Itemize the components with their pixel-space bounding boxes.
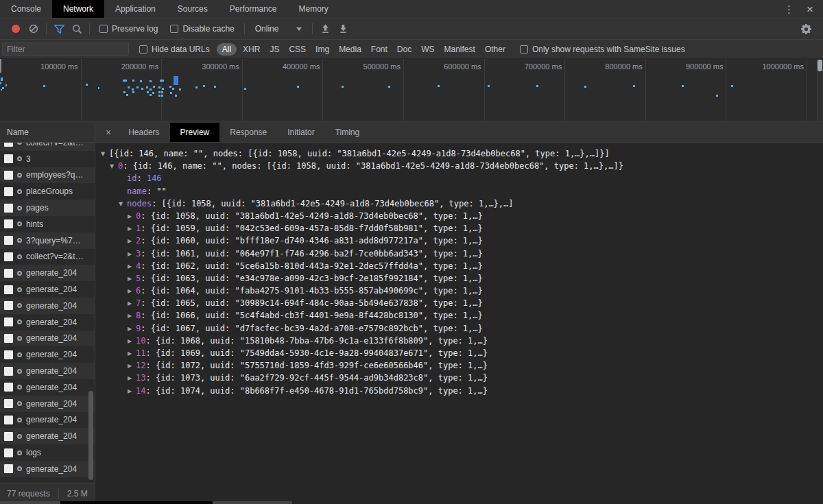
request-row[interactable]: logs [0,444,95,461]
timeline-scrollbar[interactable] [817,59,823,121]
json-tree-line[interactable]: ▶9: {id: 1067, uuid: "d7facfec-bc39-4a2d… [95,322,823,335]
search-button[interactable] [68,21,86,37]
json-tree-line[interactable]: ▶8: {id: 1066, uuid: "5c4f4abd-cb3f-4401… [95,309,823,322]
export-har-button[interactable] [334,21,352,37]
json-tree-line[interactable]: ▶2: {id: 1060, uuid: "bfff18e7-d740-4346… [95,235,823,247]
json-expand-arrow-icon[interactable]: ▼ [110,160,118,173]
json-expand-arrow-icon[interactable]: ▶ [128,360,136,372]
tab-sources[interactable]: Sources [167,0,219,18]
tab-console[interactable]: Console [0,0,52,18]
json-tree-line[interactable]: ▶14: {id: 1074, uuid: "8b668f7f-e450-467… [95,385,823,397]
sidebar-scrollbar-thumb[interactable] [88,391,93,480]
request-row[interactable]: 3 [0,151,95,167]
request-row[interactable]: 3?query=%7… [0,232,95,249]
json-tree-line[interactable]: ▼0: {id: 146, name: "", nodes: [{id: 105… [95,160,823,172]
network-overview-timeline[interactable]: 100000 ms200000 ms300000 ms400000 ms5000… [0,59,823,121]
json-expand-arrow-icon[interactable]: ▶ [128,248,136,261]
close-devtools-icon[interactable]: × [807,3,813,15]
tab-application[interactable]: Application [104,0,167,18]
settings-button[interactable] [797,21,815,37]
json-expand-arrow-icon[interactable]: ▼ [101,148,109,160]
filter-type-ws[interactable]: WS [418,43,438,56]
json-expand-arrow-icon[interactable]: ▶ [128,310,136,322]
detail-tab-initiator[interactable]: Initiator [277,123,324,142]
tab-network[interactable]: Network [52,0,104,18]
json-tree-line[interactable]: name: "" [95,185,823,197]
request-row[interactable]: pages [0,200,95,216]
filter-type-media[interactable]: Media [335,43,365,56]
request-row[interactable]: generate_204 [0,461,95,477]
json-tree-line[interactable]: ▶0: {id: 1058, uuid: "381a6bd1-42e5-4249… [95,210,823,222]
filter-type-doc[interactable]: Doc [394,43,415,56]
request-row[interactable]: generate_204 [0,379,95,396]
json-tree-line[interactable]: ▶10: {id: 1068, uuid: "15810b48-7bba-47b… [95,335,823,347]
throttling-dropdown[interactable]: Online [255,24,302,34]
preserve-log-checkbox[interactable]: Preserve log [99,24,158,34]
request-row[interactable]: generate_204 [0,298,95,314]
filter-type-css[interactable]: CSS [285,43,309,56]
json-expand-arrow-icon[interactable]: ▶ [128,298,136,310]
json-tree-line[interactable]: ▼[{id: 146, name: "", nodes: [{id: 1058,… [95,147,823,160]
filter-type-js[interactable]: JS [266,43,283,56]
filter-type-xhr[interactable]: XHR [239,43,263,56]
json-expand-arrow-icon[interactable]: ▶ [128,273,136,285]
tab-performance[interactable]: Performance [219,0,288,18]
record-button[interactable] [7,21,25,37]
json-expand-arrow-icon[interactable]: ▼ [119,198,127,211]
close-detail-icon[interactable]: × [95,123,118,142]
json-expand-arrow-icon[interactable]: ▶ [128,348,136,360]
json-tree-line[interactable]: ▶1: {id: 1059, uuid: "042c53ed-609a-457a… [95,222,823,235]
json-tree-line[interactable]: ▶7: {id: 1065, uuid: "30989c14-694f-484c… [95,297,823,309]
filter-type-other[interactable]: Other [481,43,509,56]
json-tree-line[interactable]: ▶4: {id: 1062, uuid: "5ce6a15b-810d-443a… [95,260,823,272]
filter-input[interactable] [2,43,129,56]
request-row[interactable]: generate_204 [0,281,95,298]
samesite-checkbox[interactable]: Only show requests with SameSite issues [520,45,685,54]
json-tree-line[interactable]: ▶12: {id: 1072, uuid: "5755710d-1859-4fd… [95,359,823,372]
filter-type-manifest[interactable]: Manifest [441,43,479,56]
disable-cache-checkbox[interactable]: Disable cache [170,24,234,34]
detail-tab-timing[interactable]: Timing [325,123,370,142]
request-row[interactable]: hints [0,216,95,232]
json-expand-arrow-icon[interactable]: ▶ [128,211,136,223]
tab-memory[interactable]: Memory [288,0,339,18]
json-tree-line[interactable]: ▶11: {id: 1069, uuid: "7549dda4-5930-4c1… [95,347,823,359]
request-row[interactable]: collect?v=2&t… [0,249,95,265]
import-har-button[interactable] [316,21,334,37]
request-row[interactable]: employees?q… [0,167,95,184]
name-column-header[interactable]: Name [0,123,95,143]
json-tree-line[interactable]: ▶5: {id: 1063, uuid: "e34c978e-a090-42c3… [95,272,823,285]
request-row[interactable]: generate_204 [0,314,95,331]
request-row[interactable]: generate_204 [0,331,95,347]
json-expand-arrow-icon[interactable]: ▶ [128,335,136,348]
timeline-scrollbar-thumb[interactable] [818,60,822,71]
json-expand-arrow-icon[interactable]: ▶ [128,285,136,298]
request-row[interactable]: generate_204 [0,396,95,412]
json-expand-arrow-icon[interactable]: ▶ [128,372,136,385]
detail-tab-preview[interactable]: Preview [170,123,220,142]
json-expand-arrow-icon[interactable]: ▶ [128,261,136,273]
json-expand-arrow-icon[interactable]: ▶ [128,235,136,248]
request-row[interactable]: generate_204 [0,412,95,429]
json-tree-line[interactable]: ▶6: {id: 1064, uuid: "faba4275-9101-4b33… [95,285,823,297]
json-tree-line[interactable]: ▶3: {id: 1061, uuid: "064e97f1-f746-4296… [95,248,823,260]
json-tree-line[interactable]: ▼nodes: [{id: 1058, uuid: "381a6bd1-42e5… [95,197,823,210]
json-expand-arrow-icon[interactable]: ▶ [128,223,136,235]
request-row[interactable]: placeGroups [0,183,95,200]
filter-toggle-button[interactable] [50,21,68,37]
json-expand-arrow-icon[interactable]: ▶ [128,385,136,398]
kebab-menu-icon[interactable]: ⋮ [784,4,794,14]
json-tree-line[interactable]: id: 146 [95,172,823,184]
clear-button[interactable] [25,21,43,37]
detail-tab-response[interactable]: Response [219,123,277,142]
detail-tab-headers[interactable]: Headers [118,123,169,142]
request-row[interactable]: collect?v=2&t… [0,143,95,151]
filter-type-img[interactable]: Img [312,43,333,56]
json-expand-arrow-icon[interactable]: ▶ [128,323,136,335]
request-row[interactable]: generate_204 [0,363,95,379]
filter-type-all[interactable]: All [217,43,237,56]
json-tree-line[interactable]: ▶13: {id: 1073, uuid: "6aa2f729-92cf-445… [95,372,823,384]
request-row[interactable]: generate_204 [0,265,95,281]
request-row[interactable]: generate_204 [0,428,95,444]
filter-type-font[interactable]: Font [368,43,391,56]
